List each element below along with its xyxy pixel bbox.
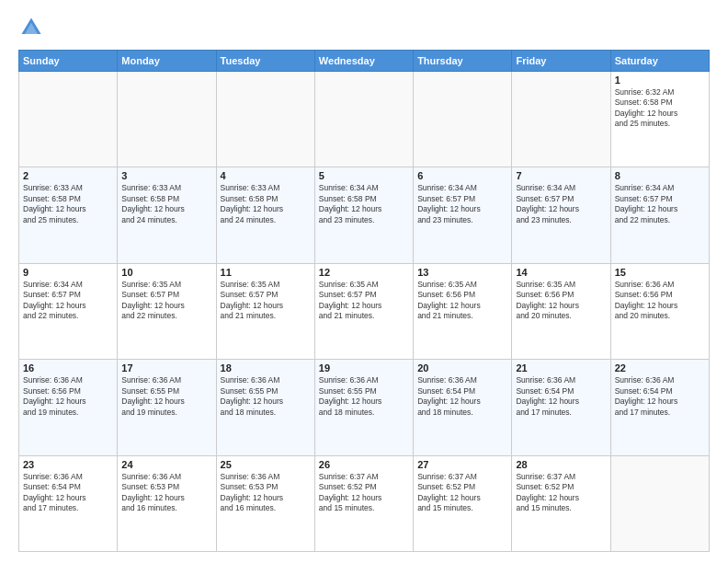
day-number: 25 xyxy=(221,459,311,470)
day-number: 4 xyxy=(221,170,311,181)
calendar-cell xyxy=(216,72,314,167)
logo-icon xyxy=(18,15,44,40)
calendar-cell: 24Sunrise: 6:36 AM Sunset: 6:53 PM Dayli… xyxy=(118,455,216,551)
day-info: Sunrise: 6:35 AM Sunset: 6:56 PM Dayligh… xyxy=(417,280,507,322)
day-number: 7 xyxy=(516,170,606,181)
day-number: 19 xyxy=(319,362,409,373)
day-info: Sunrise: 6:35 AM Sunset: 6:56 PM Dayligh… xyxy=(516,280,606,322)
calendar-cell: 23Sunrise: 6:36 AM Sunset: 6:54 PM Dayli… xyxy=(19,455,118,551)
day-info: Sunrise: 6:35 AM Sunset: 6:57 PM Dayligh… xyxy=(121,280,211,322)
calendar-week-row: 9Sunrise: 6:34 AM Sunset: 6:57 PM Daylig… xyxy=(19,263,710,359)
calendar-week-row: 23Sunrise: 6:36 AM Sunset: 6:54 PM Dayli… xyxy=(19,455,710,551)
day-number: 2 xyxy=(23,170,113,181)
day-number: 5 xyxy=(319,170,409,181)
day-info: Sunrise: 6:33 AM Sunset: 6:58 PM Dayligh… xyxy=(221,183,311,225)
day-info: Sunrise: 6:36 AM Sunset: 6:55 PM Dayligh… xyxy=(221,375,311,418)
day-info: Sunrise: 6:36 AM Sunset: 6:55 PM Dayligh… xyxy=(319,375,409,418)
day-header-wednesday: Wednesday xyxy=(314,51,413,72)
day-number: 26 xyxy=(319,459,409,470)
day-number: 23 xyxy=(23,459,113,470)
calendar-cell xyxy=(19,72,118,167)
calendar-cell: 20Sunrise: 6:36 AM Sunset: 6:54 PM Dayli… xyxy=(414,360,512,455)
day-header-monday: Monday xyxy=(118,51,216,72)
day-info: Sunrise: 6:34 AM Sunset: 6:58 PM Dayligh… xyxy=(319,183,409,225)
calendar-cell: 16Sunrise: 6:36 AM Sunset: 6:56 PM Dayli… xyxy=(19,360,118,455)
calendar-cell: 3Sunrise: 6:33 AM Sunset: 6:58 PM Daylig… xyxy=(118,167,216,263)
day-header-saturday: Saturday xyxy=(610,51,709,72)
day-number: 11 xyxy=(221,267,311,278)
day-number: 18 xyxy=(221,362,311,373)
calendar-cell: 14Sunrise: 6:35 AM Sunset: 6:56 PM Dayli… xyxy=(512,263,610,359)
calendar-cell: 2Sunrise: 6:33 AM Sunset: 6:58 PM Daylig… xyxy=(19,167,118,263)
calendar-cell: 19Sunrise: 6:36 AM Sunset: 6:55 PM Dayli… xyxy=(314,360,413,455)
day-info: Sunrise: 6:37 AM Sunset: 6:52 PM Dayligh… xyxy=(417,472,507,514)
day-number: 12 xyxy=(319,267,409,278)
calendar-cell: 21Sunrise: 6:36 AM Sunset: 6:54 PM Dayli… xyxy=(512,360,610,455)
day-info: Sunrise: 6:36 AM Sunset: 6:56 PM Dayligh… xyxy=(615,280,705,322)
day-number: 8 xyxy=(615,170,705,181)
day-number: 21 xyxy=(516,362,606,373)
day-header-friday: Friday xyxy=(512,51,610,72)
day-info: Sunrise: 6:37 AM Sunset: 6:52 PM Dayligh… xyxy=(319,472,409,514)
day-info: Sunrise: 6:34 AM Sunset: 6:57 PM Dayligh… xyxy=(23,280,113,322)
day-number: 17 xyxy=(121,362,211,373)
calendar-cell: 8Sunrise: 6:34 AM Sunset: 6:57 PM Daylig… xyxy=(610,167,709,263)
calendar-cell: 10Sunrise: 6:35 AM Sunset: 6:57 PM Dayli… xyxy=(118,263,216,359)
day-number: 9 xyxy=(23,267,113,278)
day-number: 22 xyxy=(615,362,705,373)
calendar-cell xyxy=(314,72,413,167)
day-info: Sunrise: 6:35 AM Sunset: 6:57 PM Dayligh… xyxy=(319,280,409,322)
day-number: 10 xyxy=(121,267,211,278)
calendar-cell: 25Sunrise: 6:36 AM Sunset: 6:53 PM Dayli… xyxy=(216,455,314,551)
calendar-cell: 12Sunrise: 6:35 AM Sunset: 6:57 PM Dayli… xyxy=(314,263,413,359)
day-info: Sunrise: 6:36 AM Sunset: 6:56 PM Dayligh… xyxy=(23,375,113,418)
day-info: Sunrise: 6:32 AM Sunset: 6:58 PM Dayligh… xyxy=(615,87,705,130)
day-number: 16 xyxy=(23,362,113,373)
day-info: Sunrise: 6:36 AM Sunset: 6:54 PM Dayligh… xyxy=(516,375,606,418)
day-info: Sunrise: 6:36 AM Sunset: 6:54 PM Dayligh… xyxy=(23,472,113,514)
calendar-cell: 22Sunrise: 6:36 AM Sunset: 6:54 PM Dayli… xyxy=(610,360,709,455)
day-number: 20 xyxy=(417,362,507,373)
calendar-cell xyxy=(512,72,610,167)
calendar-cell xyxy=(118,72,216,167)
calendar-cell: 1Sunrise: 6:32 AM Sunset: 6:58 PM Daylig… xyxy=(610,72,709,167)
day-info: Sunrise: 6:33 AM Sunset: 6:58 PM Dayligh… xyxy=(23,183,113,225)
calendar-cell: 27Sunrise: 6:37 AM Sunset: 6:52 PM Dayli… xyxy=(414,455,512,551)
calendar-cell xyxy=(414,72,512,167)
day-info: Sunrise: 6:33 AM Sunset: 6:58 PM Dayligh… xyxy=(121,183,211,225)
day-header-tuesday: Tuesday xyxy=(216,51,314,72)
day-number: 6 xyxy=(417,170,507,181)
calendar-cell: 18Sunrise: 6:36 AM Sunset: 6:55 PM Dayli… xyxy=(216,360,314,455)
day-info: Sunrise: 6:36 AM Sunset: 6:54 PM Dayligh… xyxy=(417,375,507,418)
calendar-week-row: 1Sunrise: 6:32 AM Sunset: 6:58 PM Daylig… xyxy=(19,72,710,167)
calendar-cell: 6Sunrise: 6:34 AM Sunset: 6:57 PM Daylig… xyxy=(414,167,512,263)
day-info: Sunrise: 6:36 AM Sunset: 6:53 PM Dayligh… xyxy=(221,472,311,514)
calendar-cell: 11Sunrise: 6:35 AM Sunset: 6:57 PM Dayli… xyxy=(216,263,314,359)
header xyxy=(18,15,710,40)
day-info: Sunrise: 6:36 AM Sunset: 6:53 PM Dayligh… xyxy=(121,472,211,514)
day-number: 15 xyxy=(615,267,705,278)
calendar-cell: 9Sunrise: 6:34 AM Sunset: 6:57 PM Daylig… xyxy=(19,263,118,359)
page: SundayMondayTuesdayWednesdayThursdayFrid… xyxy=(0,0,728,563)
logo xyxy=(18,15,48,40)
calendar-cell: 7Sunrise: 6:34 AM Sunset: 6:57 PM Daylig… xyxy=(512,167,610,263)
calendar-cell: 5Sunrise: 6:34 AM Sunset: 6:58 PM Daylig… xyxy=(314,167,413,263)
day-number: 14 xyxy=(516,267,606,278)
calendar-cell: 28Sunrise: 6:37 AM Sunset: 6:52 PM Dayli… xyxy=(512,455,610,551)
day-info: Sunrise: 6:37 AM Sunset: 6:52 PM Dayligh… xyxy=(516,472,606,514)
calendar-cell xyxy=(610,455,709,551)
day-number: 1 xyxy=(615,75,705,86)
day-number: 13 xyxy=(417,267,507,278)
day-info: Sunrise: 6:36 AM Sunset: 6:54 PM Dayligh… xyxy=(615,375,705,418)
day-number: 28 xyxy=(516,459,606,470)
calendar-header-row: SundayMondayTuesdayWednesdayThursdayFrid… xyxy=(19,51,710,72)
calendar-cell: 15Sunrise: 6:36 AM Sunset: 6:56 PM Dayli… xyxy=(610,263,709,359)
day-info: Sunrise: 6:34 AM Sunset: 6:57 PM Dayligh… xyxy=(417,183,507,225)
day-info: Sunrise: 6:36 AM Sunset: 6:55 PM Dayligh… xyxy=(121,375,211,418)
day-number: 24 xyxy=(121,459,211,470)
calendar-cell: 17Sunrise: 6:36 AM Sunset: 6:55 PM Dayli… xyxy=(118,360,216,455)
day-info: Sunrise: 6:35 AM Sunset: 6:57 PM Dayligh… xyxy=(221,280,311,322)
day-info: Sunrise: 6:34 AM Sunset: 6:57 PM Dayligh… xyxy=(516,183,606,225)
calendar-week-row: 2Sunrise: 6:33 AM Sunset: 6:58 PM Daylig… xyxy=(19,167,710,263)
day-number: 3 xyxy=(121,170,211,181)
